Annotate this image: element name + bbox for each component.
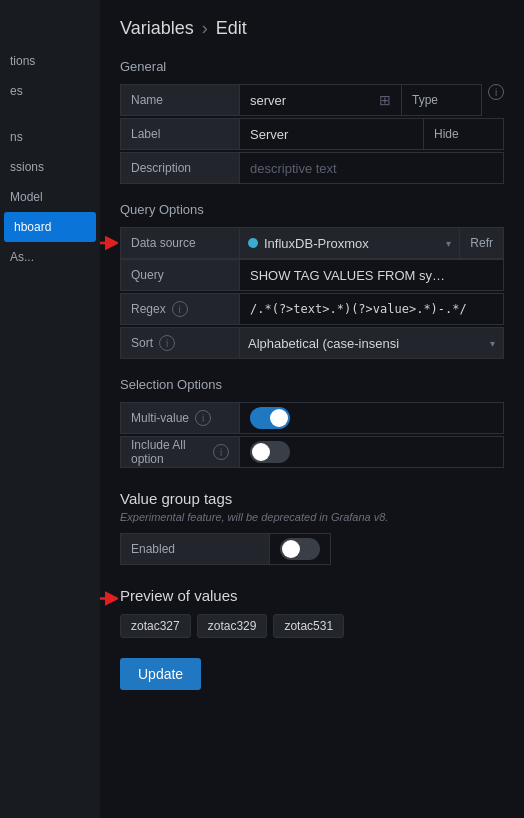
include-all-info-icon[interactable]: i [213, 444, 229, 460]
selection-options-label: Selection Options [120, 377, 504, 392]
enabled-thumb [282, 540, 300, 558]
enabled-row: Enabled [120, 533, 504, 565]
preview-tags: zotac327 zotac329 zotac531 [120, 614, 504, 638]
multi-value-info-icon[interactable]: i [195, 410, 211, 426]
sidebar-item-as[interactable]: As... [0, 242, 100, 272]
sort-value-text: Alphabetical (case-insensi [248, 336, 399, 351]
preview-title-row: Preview of values [120, 587, 504, 614]
preview-tag-1: zotac329 [197, 614, 268, 638]
sort-chevron-icon: ▾ [490, 338, 495, 349]
query-label: Query [120, 259, 240, 291]
regex-info-icon[interactable]: i [172, 301, 188, 317]
sidebar-item-6[interactable]: ssions [0, 152, 100, 182]
sidebar-item-5[interactable]: ns [0, 122, 100, 152]
datasource-name: InfluxDB-Proxmox [264, 236, 440, 251]
update-button[interactable]: Update [120, 658, 201, 690]
regex-value[interactable]: /.*(?>text>.*)(?>value>.*)-.*/ [240, 293, 504, 325]
multi-value-toggle[interactable] [250, 407, 290, 429]
preview-tag-0: zotac327 [120, 614, 191, 638]
sidebar-item-dashboard[interactable]: hboard [4, 212, 96, 242]
datasource-arrow [100, 234, 118, 252]
multi-value-label: Multi-value i [120, 402, 240, 434]
refresh-button[interactable]: Refr [460, 227, 504, 259]
query-row: Query SHOW TAG VALUES FROM system W [120, 259, 504, 291]
sort-label: Sort i [120, 327, 240, 359]
query-options-section: Query Options Data source InfluxDB-Pro [120, 202, 504, 359]
sidebar: tions es ns ssions Model hboard As... [0, 0, 100, 818]
description-placeholder: descriptive text [250, 161, 337, 176]
regex-label: Regex i [120, 293, 240, 325]
type-info-icon[interactable]: i [488, 84, 504, 100]
page-title: Variables › Edit [120, 18, 504, 39]
hide-label: Hide [424, 118, 504, 150]
label-value[interactable]: Server [240, 118, 424, 150]
sidebar-item-1[interactable] [0, 30, 100, 46]
value-group-title: Value group tags [120, 490, 504, 507]
sort-row: Sort i Alphabetical (case-insensi ▾ [120, 327, 504, 359]
enabled-toggle-cell [270, 533, 331, 565]
query-value[interactable]: SHOW TAG VALUES FROM system W [240, 259, 504, 291]
chevron-down-icon: ▾ [446, 238, 451, 249]
name-icon: ⊞ [379, 92, 391, 108]
include-all-row: Include All option i [120, 436, 504, 468]
include-all-label: Include All option i [120, 436, 240, 468]
multi-value-toggle-cell [240, 402, 504, 434]
sidebar-item-3[interactable]: es [0, 76, 100, 106]
label-text: Server [250, 127, 288, 142]
selection-options-section: Selection Options Multi-value i Include … [120, 377, 504, 468]
breadcrumb-current: Edit [216, 18, 247, 39]
main-content: Variables › Edit General Name server ⊞ T… [100, 0, 524, 818]
sidebar-item-4[interactable] [0, 106, 100, 122]
description-value[interactable]: descriptive text [240, 152, 504, 184]
name-value[interactable]: server ⊞ [240, 84, 402, 116]
type-label: Type [402, 84, 482, 116]
preview-arrow [100, 589, 118, 612]
general-label: General [120, 59, 504, 74]
description-label: Description [120, 152, 240, 184]
description-row: Description descriptive text [120, 152, 504, 184]
name-label: Name [120, 84, 240, 116]
include-all-toggle[interactable] [250, 441, 290, 463]
datasource-label: Data source [120, 227, 240, 259]
enabled-label: Enabled [120, 533, 270, 565]
sidebar-item-7[interactable]: Model [0, 182, 100, 212]
datasource-row: Data source InfluxDB-Proxmox ▾ Refr [120, 227, 504, 259]
preview-section: Preview of values zotac327 zotac329 zota… [120, 587, 504, 690]
regex-text: /.*(?>text>.*)(?>value>.*)-.*/ [250, 302, 467, 316]
multi-value-row: Multi-value i [120, 402, 504, 434]
name-text: server [250, 93, 286, 108]
enabled-toggle[interactable] [280, 538, 320, 560]
preview-title: Preview of values [120, 587, 238, 604]
value-group-desc: Experimental feature, will be deprecated… [120, 511, 504, 523]
sort-info-icon[interactable]: i [159, 335, 175, 351]
general-section: General Name server ⊞ Type i Label Serve… [120, 59, 504, 184]
refresh-label: Refr [470, 236, 493, 250]
sort-selector[interactable]: Alphabetical (case-insensi ▾ [240, 327, 504, 359]
toggle-thumb [270, 409, 288, 427]
breadcrumb-parent: Variables [120, 18, 194, 39]
query-options-label: Query Options [120, 202, 504, 217]
include-all-toggle-cell [240, 436, 504, 468]
sidebar-item-2[interactable]: tions [0, 46, 100, 76]
datasource-dot [248, 238, 258, 248]
preview-tag-2: zotac531 [273, 614, 344, 638]
datasource-selector[interactable]: InfluxDB-Proxmox ▾ [240, 227, 460, 259]
name-row: Name server ⊞ Type i [120, 84, 504, 116]
label-label: Label [120, 118, 240, 150]
datasource-row-wrapper: Data source InfluxDB-Proxmox ▾ Refr [120, 227, 504, 259]
label-row: Label Server Hide [120, 118, 504, 150]
value-group-section: Value group tags Experimental feature, w… [120, 490, 504, 565]
breadcrumb-separator: › [202, 18, 208, 39]
regex-row: Regex i /.*(?>text>.*)(?>value>.*)-.*/ [120, 293, 504, 325]
query-text: SHOW TAG VALUES FROM system W [250, 268, 450, 283]
include-all-thumb [252, 443, 270, 461]
